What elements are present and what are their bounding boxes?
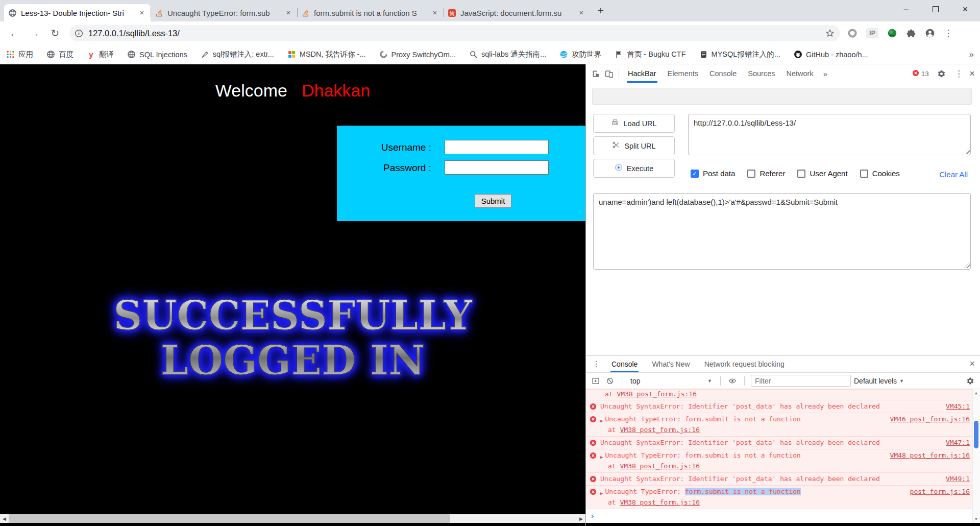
console-close-icon[interactable]: × bbox=[969, 358, 975, 369]
close-window-button[interactable]: × bbox=[950, 0, 980, 18]
settings-gear-icon[interactable] bbox=[935, 67, 948, 80]
console-scrollbar[interactable]: ▲ ▼ bbox=[972, 389, 980, 523]
ip-extension-icon[interactable]: IP bbox=[866, 28, 878, 38]
browser-menu-icon[interactable]: ⋮ bbox=[944, 28, 953, 39]
scroll-down-icon[interactable]: ▼ bbox=[973, 517, 979, 521]
expand-caret-icon[interactable]: ▶ bbox=[600, 489, 603, 498]
checkbox-icon[interactable] bbox=[747, 170, 755, 178]
stack-link[interactable]: VM38 post_form.js:16 bbox=[617, 390, 697, 398]
page-horizontal-scrollbar[interactable]: ◀ ▶ bbox=[0, 514, 585, 523]
clear-all-link[interactable]: Clear All bbox=[939, 170, 968, 179]
scroll-up-icon[interactable]: ▲ bbox=[973, 391, 979, 395]
devtools-close-icon[interactable]: × bbox=[969, 68, 975, 79]
url-text[interactable]: 127.0.0.1/sqllib/Less-13/ bbox=[88, 29, 825, 38]
console-tab-what-s-new[interactable]: What's New bbox=[651, 355, 691, 372]
log-levels-dropdown[interactable]: Default levels▼ bbox=[854, 377, 904, 385]
tab-close-icon[interactable]: × bbox=[430, 8, 439, 17]
devtools-tab-console[interactable]: Console bbox=[708, 64, 738, 83]
console-prompt[interactable]: › bbox=[586, 509, 973, 523]
source-link[interactable]: VM49:1 bbox=[939, 474, 970, 484]
browser-tab[interactable]: 简JavaScript: document.form.su× bbox=[444, 4, 590, 21]
bookmark-item[interactable]: 首页 - Bugku CTF bbox=[615, 50, 685, 59]
extension-green-icon[interactable] bbox=[887, 28, 897, 38]
browser-tab[interactable]: form.submit is not a function S× bbox=[297, 4, 444, 21]
bookmarks-overflow-icon[interactable]: » bbox=[969, 50, 974, 60]
stack-link[interactable]: VM38 post_form.js:16 bbox=[620, 462, 700, 470]
console-sidebar-icon[interactable] bbox=[590, 375, 601, 387]
scrollbar-thumb[interactable] bbox=[9, 514, 450, 523]
hackbar-checkbox-user-agent[interactable]: User Agent bbox=[797, 169, 847, 178]
load-url-button[interactable]: Load URL bbox=[593, 114, 675, 133]
scroll-right-icon[interactable]: ▶ bbox=[577, 514, 585, 523]
bookmark-item[interactable]: 百度 bbox=[46, 50, 74, 59]
tab-close-icon[interactable]: × bbox=[577, 8, 586, 17]
browser-tab[interactable]: Less-13- Double Injection- Stri× bbox=[4, 4, 151, 21]
hackbar-checkbox-post-data[interactable]: ✓Post data bbox=[691, 169, 735, 178]
bookmark-item[interactable]: 应用 bbox=[6, 50, 33, 59]
expand-caret-icon[interactable]: ▶ bbox=[600, 452, 603, 462]
bookmark-item[interactable]: sql报错注入: extr... bbox=[201, 50, 274, 59]
split-url-button[interactable]: Split URL bbox=[593, 136, 675, 155]
console-menu-icon[interactable]: ⋮ bbox=[592, 359, 600, 369]
source-link[interactable]: post_form.js:16 bbox=[903, 487, 970, 496]
scrollbar-thumb[interactable] bbox=[974, 421, 978, 448]
console-tab-network-request-blocking[interactable]: Network request blocking bbox=[703, 355, 786, 372]
hackbar-checkbox-referer[interactable]: Referer bbox=[747, 169, 785, 178]
source-link[interactable]: VM48 post_form.js:16 bbox=[883, 451, 970, 460]
more-tabs-icon[interactable]: » bbox=[823, 69, 827, 78]
tab-close-icon[interactable]: × bbox=[284, 8, 293, 17]
post-data-textarea[interactable]: uname=admin')and left(database(),1)>'a'#… bbox=[593, 193, 971, 270]
stack-link[interactable]: VM38 post_form.js:16 bbox=[620, 426, 700, 434]
bookmark-item[interactable]: GitHub - zhaoo/h... bbox=[794, 50, 868, 59]
minimize-button[interactable]: ─ bbox=[891, 0, 921, 18]
submit-button[interactable]: Submit bbox=[475, 194, 511, 208]
scroll-left-icon[interactable]: ◀ bbox=[0, 514, 9, 523]
maximize-button[interactable] bbox=[921, 0, 950, 18]
extensions-puzzle-icon[interactable] bbox=[906, 28, 916, 38]
device-toolbar-icon[interactable] bbox=[602, 67, 616, 80]
execute-button[interactable]: Execute bbox=[593, 159, 675, 178]
bookmark-item[interactable]: sqli-labs 通关指南... bbox=[469, 50, 546, 59]
devtools-tab-hackbar[interactable]: HackBar bbox=[627, 64, 657, 83]
bookmark-item[interactable]: y翻译 bbox=[87, 50, 114, 59]
devtools-menu-icon[interactable]: ⋮ bbox=[954, 68, 963, 79]
console-tab-console[interactable]: Console bbox=[610, 355, 639, 372]
extension-ring-icon[interactable] bbox=[847, 28, 857, 38]
profile-avatar[interactable] bbox=[925, 28, 935, 38]
tab-close-icon[interactable]: × bbox=[137, 8, 146, 17]
username-input[interactable] bbox=[445, 140, 549, 154]
expand-caret-icon[interactable]: ▶ bbox=[600, 416, 603, 425]
devtools-tab-network[interactable]: Network bbox=[785, 64, 814, 83]
console-filter-input[interactable] bbox=[751, 375, 851, 387]
browser-tab[interactable]: Uncaught TypeError: form.sub× bbox=[151, 4, 297, 21]
stack-link[interactable]: VM38 post_form.js:16 bbox=[620, 498, 700, 506]
omnibox[interactable]: 127.0.0.1/sqllib/Less-13/ bbox=[69, 25, 840, 41]
source-link[interactable]: VM45:1 bbox=[939, 402, 970, 411]
clear-console-icon[interactable] bbox=[604, 375, 616, 387]
devtools-tab-elements[interactable]: Elements bbox=[667, 64, 699, 83]
context-selector[interactable]: top▼ bbox=[628, 377, 714, 385]
forward-button[interactable]: → bbox=[27, 25, 43, 41]
bookmark-item[interactable]: MYSQL报错注入的... bbox=[699, 50, 780, 59]
source-link[interactable]: VM46 post_form.js:16 bbox=[883, 415, 970, 424]
checkbox-icon[interactable] bbox=[860, 170, 868, 178]
live-expression-eye-icon[interactable] bbox=[727, 375, 738, 387]
error-count-badge[interactable]: 13 bbox=[912, 69, 929, 78]
checkbox-icon[interactable] bbox=[797, 170, 805, 178]
hackbar-url-textarea[interactable]: http://127.0.0.1/sqllib/Less-13/ bbox=[688, 114, 971, 155]
inspect-element-icon[interactable] bbox=[589, 67, 602, 80]
bookmark-item[interactable]: MSDN, 我告诉你 -... bbox=[287, 50, 366, 59]
source-link[interactable]: VM47:1 bbox=[939, 438, 970, 447]
devtools-tab-sources[interactable]: Sources bbox=[747, 64, 776, 83]
console-settings-gear-icon[interactable] bbox=[965, 375, 976, 387]
back-button[interactable]: ← bbox=[6, 25, 22, 41]
reload-button[interactable]: ↻ bbox=[47, 25, 63, 41]
page-info-icon[interactable] bbox=[75, 29, 83, 38]
bookmark-item[interactable]: 攻防世界 bbox=[559, 50, 601, 59]
bookmark-item[interactable]: SQL Injections bbox=[127, 50, 187, 59]
bookmark-star-icon[interactable] bbox=[825, 28, 835, 38]
hackbar-checkbox-cookies[interactable]: Cookies bbox=[860, 169, 900, 178]
password-input[interactable] bbox=[445, 160, 549, 175]
bookmark-item[interactable]: Proxy SwitchyOm... bbox=[379, 50, 456, 59]
checkbox-icon[interactable]: ✓ bbox=[691, 170, 699, 178]
